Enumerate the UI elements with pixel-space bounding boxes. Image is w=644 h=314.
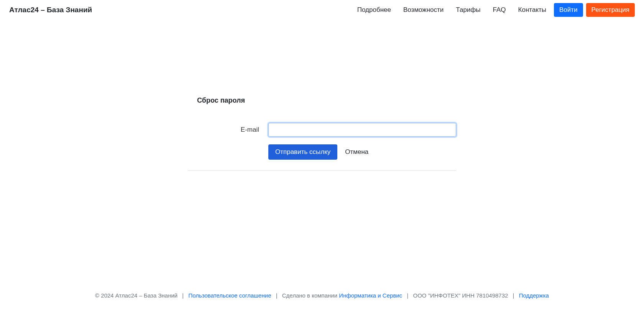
agreement-link[interactable]: Пользовательское соглашение: [188, 292, 271, 299]
main: Сброс пароля E-mail Отправить ссылку Отм…: [0, 20, 644, 283]
nav-pricing[interactable]: Тарифы: [451, 3, 485, 17]
separator: |: [407, 292, 408, 299]
reset-card: Сброс пароля E-mail Отправить ссылку Отм…: [188, 96, 456, 283]
nav-contacts[interactable]: Контакты: [514, 3, 551, 17]
navbar: Атлас24 – База Знаний Подробнее Возможно…: [0, 0, 644, 20]
separator: |: [182, 292, 184, 299]
separator: |: [513, 292, 514, 299]
copyright: © 2024 Атлас24 – База Знаний: [95, 292, 177, 299]
form-actions: Отправить ссылку Отмена: [268, 144, 456, 160]
nav-features[interactable]: Возможности: [399, 3, 448, 17]
cancel-link[interactable]: Отмена: [345, 148, 368, 156]
login-button[interactable]: Войти: [554, 3, 583, 17]
company-link[interactable]: Информатика и Сервис: [339, 292, 402, 299]
email-input[interactable]: [268, 123, 456, 137]
separator: |: [276, 292, 278, 299]
brand-link[interactable]: Атлас24 – База Знаний: [9, 6, 92, 14]
form-title: Сброс пароля: [188, 96, 456, 105]
made-in-text: Сделано в компании: [282, 292, 339, 299]
company-info: ООО "ИНФОТЕХ" ИНН 7810498732: [413, 292, 508, 299]
support-link[interactable]: Поддержка: [519, 292, 549, 299]
divider: [188, 170, 456, 171]
email-row: E-mail: [188, 123, 456, 137]
footer: © 2024 Атлас24 – База Знаний | Пользоват…: [0, 283, 644, 314]
email-label: E-mail: [188, 126, 268, 134]
submit-button[interactable]: Отправить ссылку: [268, 144, 337, 160]
register-button[interactable]: Регистрация: [586, 3, 635, 17]
nav-faq[interactable]: FAQ: [488, 3, 511, 17]
nav-more[interactable]: Подробнее: [353, 3, 396, 17]
nav-right: Подробнее Возможности Тарифы FAQ Контакт…: [353, 3, 635, 17]
